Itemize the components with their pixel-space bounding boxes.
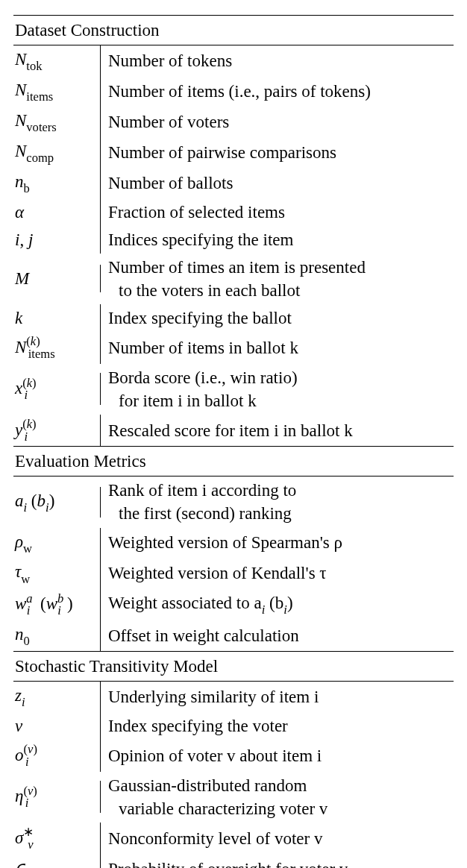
description-cell: Nonconformity level of voter v <box>101 825 454 852</box>
symbol-cell: ϵv <box>13 854 101 868</box>
symbol-cell: ρw <box>13 528 101 559</box>
symbol-cell: Nitems <box>13 76 101 107</box>
table-row: NvotersNumber of voters <box>13 107 454 137</box>
description-cell: Number of times an item is presentedto t… <box>101 254 454 304</box>
description-cell: Number of pairwise comparisons <box>101 139 454 166</box>
symbol-cell: zi <box>13 682 101 712</box>
description-cell: Underlying similarity of item i <box>101 683 454 711</box>
symbol-cell: y(k)i <box>13 415 101 447</box>
table-row: o(v)iOpinion of voter v about item i <box>13 740 454 772</box>
symbol-cell: M <box>13 265 101 292</box>
table-row: αFraction of selected items <box>13 198 454 226</box>
table-row: ai (bi)Rank of item i according tothe fi… <box>13 477 454 527</box>
description-cell: Fraction of selected items <box>101 198 454 226</box>
table-row: i, jIndices specifying the item <box>13 226 454 254</box>
table-row: τwWeighted version of Kendall's τ <box>13 558 454 588</box>
table-row: NitemsNumber of items (i.e., pairs of to… <box>13 76 454 107</box>
table-row: kIndex specifying the ballot <box>13 304 454 332</box>
section-title: Stochastic Transitivity Model <box>13 651 454 681</box>
description-cell: Number of items (i.e., pairs of tokens) <box>101 78 454 105</box>
table-row: x(k)iBorda score (i.e., win ratio)for it… <box>13 364 454 415</box>
description-cell: Number of voters <box>101 108 454 136</box>
description-cell: Offset in weight calculation <box>101 622 454 650</box>
description-cell: Opinion of voter v about item i <box>101 742 454 770</box>
table-row: nbNumber of ballots <box>13 168 454 198</box>
description-cell: Weighted version of Spearman's ρ <box>101 529 454 556</box>
symbol-cell: i, j <box>13 226 101 254</box>
symbol-cell: wai (wbi) <box>13 588 101 620</box>
description-cell: Gaussian-distributed randomvariable char… <box>101 772 454 823</box>
description-cell: Probability of oversight for voter v <box>101 855 454 868</box>
symbol-cell: τw <box>13 558 101 588</box>
description-cell: Number of ballots <box>101 169 454 197</box>
description-cell: Indices specifying the item <box>101 226 454 254</box>
table-row: y(k)iRescaled score for item i in ballot… <box>13 415 454 447</box>
symbol-cell: α <box>13 198 101 226</box>
symbol-cell: o(v)i <box>13 740 101 772</box>
symbol-cell: Nvoters <box>13 107 101 137</box>
description-cell: Weight associated to ai (bi) <box>101 589 454 620</box>
symbol-cell: Ntok <box>13 45 101 76</box>
table-row: σ∗vNonconformity level of voter v <box>13 823 454 855</box>
symbol-cell: η(v)i <box>13 781 101 813</box>
table-row: vIndex specifying the voter <box>13 712 454 740</box>
table-row: ziUnderlying similarity of item i <box>13 682 454 712</box>
table-row: NtokNumber of tokens <box>13 45 454 76</box>
description-cell: Index specifying the ballot <box>101 304 454 332</box>
symbol-cell: Ncomp <box>13 137 101 168</box>
table-row: NcompNumber of pairwise comparisons <box>13 137 454 168</box>
symbol-cell: ai (bi) <box>13 487 101 518</box>
description-cell: Rescaled score for item i in ballot k <box>101 417 454 444</box>
table-row: wai (wbi)Weight associated to ai (bi) <box>13 588 454 620</box>
description-cell: Number of items in ballot k <box>101 334 454 362</box>
symbol-cell: N(k)items <box>13 332 101 364</box>
table-row: n0Offset in weight calculation <box>13 620 454 651</box>
description-cell: Rank of item i according tothe first (se… <box>101 477 454 527</box>
table-row: MNumber of times an item is presentedto … <box>13 254 454 304</box>
table-row: ρwWeighted version of Spearman's ρ <box>13 528 454 559</box>
description-cell: Number of tokens <box>101 47 454 75</box>
table-row: ϵvProbability of oversight for voter v <box>13 854 454 868</box>
symbol-cell: σ∗v <box>13 823 101 855</box>
notation-table: Dataset ConstructionNtokNumber of tokens… <box>13 15 454 868</box>
description-cell: Borda score (i.e., win ratio)for item i … <box>101 364 454 415</box>
symbol-cell: k <box>13 304 101 332</box>
table-row: η(v)iGaussian-distributed randomvariable… <box>13 772 454 823</box>
description-cell: Index specifying the voter <box>101 712 454 740</box>
symbol-cell: v <box>13 712 101 740</box>
symbol-cell: n0 <box>13 620 101 651</box>
description-cell: Weighted version of Kendall's τ <box>101 559 454 587</box>
table-row: N(k)itemsNumber of items in ballot k <box>13 332 454 364</box>
section-title: Dataset Construction <box>13 15 454 45</box>
symbol-cell: x(k)i <box>13 373 101 405</box>
section-title: Evaluation Metrics <box>13 446 454 476</box>
symbol-cell: nb <box>13 168 101 198</box>
